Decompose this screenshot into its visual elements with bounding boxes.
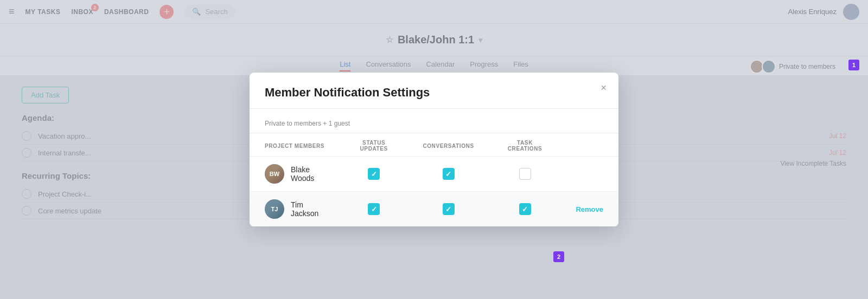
member-name-blake: Blake Woods [291, 165, 325, 183]
col-status-updates: STATUS UPDATES [340, 133, 407, 157]
members-table: PROJECT MEMBERS STATUS UPDATES CONVERSAT… [250, 133, 618, 226]
member-cell-blake: Blake Woods [250, 157, 340, 192]
member-name-tim: Tim Jackson [291, 200, 325, 218]
tim-remove-action[interactable]: Remove [560, 192, 618, 227]
corner-badge-1: 1 [848, 60, 859, 70]
col-conversations: CONVERSATIONS [407, 133, 489, 157]
table-row: Blake Woods [250, 157, 618, 192]
corner-badge-2: 2 [553, 251, 564, 262]
checkbox-checked-icon[interactable] [443, 203, 455, 215]
checkbox-checked-icon[interactable] [443, 168, 455, 180]
blake-actions [560, 157, 618, 192]
checkbox-unchecked-icon[interactable] [519, 168, 531, 180]
table-row: Tim Jackson Remove [250, 192, 618, 227]
modal-header: Member Notification Settings × [250, 73, 618, 109]
blake-task-creations[interactable] [489, 157, 561, 192]
blake-status-updates[interactable] [340, 157, 407, 192]
checkbox-checked-icon[interactable] [368, 203, 380, 215]
col-task-creations: TASK CREATIONS [489, 133, 561, 157]
member-cell-tim: Tim Jackson [250, 192, 340, 227]
checkbox-checked-icon[interactable] [519, 203, 531, 215]
col-actions [560, 133, 618, 157]
checkbox-checked-icon[interactable] [368, 168, 380, 180]
modal-subtitle: Private to members + 1 guest [250, 114, 618, 133]
modal-close-button[interactable]: × [601, 82, 607, 94]
modal-title: Member Notification Settings [265, 86, 430, 99]
col-project-members: PROJECT MEMBERS [250, 133, 340, 157]
remove-link[interactable]: Remove [576, 205, 603, 213]
member-photo-blake [265, 164, 284, 184]
tim-conversations[interactable] [407, 192, 489, 227]
notification-settings-modal: Member Notification Settings × Private t… [250, 73, 618, 226]
member-photo-tim [265, 199, 284, 219]
tim-status-updates[interactable] [340, 192, 407, 227]
blake-conversations[interactable] [407, 157, 489, 192]
tim-task-creations[interactable] [489, 192, 561, 227]
